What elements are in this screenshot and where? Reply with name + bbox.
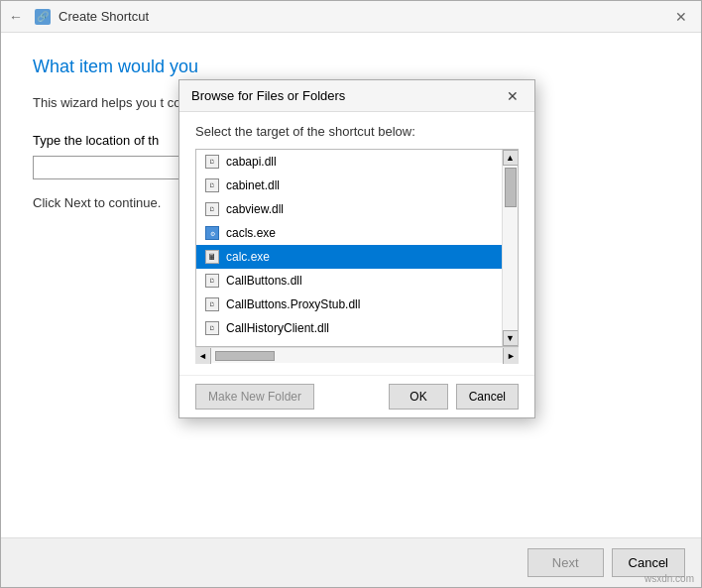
list-item[interactable]: 🗋cabview.dll xyxy=(196,197,518,221)
file-name: calc.exe xyxy=(226,250,270,264)
file-name: cabinet.dll xyxy=(226,178,280,192)
exe-icon: ⚙ xyxy=(204,225,220,241)
list-item[interactable]: 🗋CallButtons.dll xyxy=(196,269,518,293)
file-name: CallHistoryClient.dll xyxy=(226,321,329,335)
dialog-instruction: Select the target of the shortcut below: xyxy=(195,124,519,139)
scrollbar-horizontal[interactable]: ◄ ► xyxy=(195,347,519,363)
ok-button[interactable]: OK xyxy=(389,384,447,410)
wizard-close-button[interactable]: ✕ xyxy=(669,7,693,27)
wizard-titlebar: ← 🔗 Create Shortcut ✕ xyxy=(1,1,701,33)
file-name: cabapi.dll xyxy=(226,155,277,169)
back-button[interactable]: ← xyxy=(9,9,23,25)
scroll-down-arrow[interactable]: ▼ xyxy=(503,330,519,346)
dialog-body: Select the target of the shortcut below:… xyxy=(179,112,534,375)
dialog-close-button[interactable]: ✕ xyxy=(503,86,523,106)
dll-icon: 🗋 xyxy=(204,320,220,336)
dll-icon: 🗋 xyxy=(204,201,220,217)
wizard-icon: 🔗 xyxy=(35,9,51,25)
dll-icon: 🗋 xyxy=(204,273,220,289)
dialog-titlebar: Browse for Files or Folders ✕ xyxy=(179,80,534,112)
dll-icon: 🗋 xyxy=(204,154,220,170)
scrollbar-vertical[interactable]: ▲ ▼ xyxy=(502,150,518,346)
list-item[interactable]: 🗋cabinet.dll xyxy=(196,174,518,197)
next-button[interactable]: Next xyxy=(527,548,604,577)
hscroll-right-arrow[interactable]: ► xyxy=(503,348,519,364)
file-name: cabview.dll xyxy=(226,202,284,216)
wizard-footer: Next Cancel xyxy=(1,537,701,587)
browse-dialog: Browse for Files or Folders ✕ Select the… xyxy=(178,79,535,418)
exe-icon: 🖩 xyxy=(204,249,220,265)
hscroll-thumb[interactable] xyxy=(215,351,275,361)
scroll-up-arrow[interactable]: ▲ xyxy=(503,150,519,166)
dialog-actions: OK Cancel xyxy=(389,384,519,410)
file-list: 🗋cabapi.dll🗋cabinet.dll🗋cabview.dll⚙cacl… xyxy=(196,150,518,346)
hscroll-track xyxy=(211,348,503,363)
file-name: cacls.exe xyxy=(226,226,276,240)
list-item[interactable]: 🗋cabapi.dll xyxy=(196,150,518,174)
dll-icon: 🗋 xyxy=(204,296,220,312)
make-folder-button[interactable]: Make New Folder xyxy=(195,384,314,410)
dialog-footer: Make New Folder OK Cancel xyxy=(179,375,534,417)
list-item[interactable]: 🖩calc.exe xyxy=(196,245,518,269)
cancel-button[interactable]: Cancel xyxy=(456,384,519,410)
hscroll-left-arrow[interactable]: ◄ xyxy=(195,348,211,364)
titlebar-left: ← 🔗 Create Shortcut xyxy=(9,9,149,25)
wizard-title: Create Shortcut xyxy=(58,9,149,24)
file-list-container: 🗋cabapi.dll🗋cabinet.dll🗋cabview.dll⚙cacl… xyxy=(195,149,519,347)
dialog-title: Browse for Files or Folders xyxy=(191,88,345,103)
wizard-header: What item would you xyxy=(33,57,669,77)
list-item[interactable]: 🗋CallButtons.ProxyStub.dll xyxy=(196,293,518,316)
file-name: CallButtons.ProxyStub.dll xyxy=(226,297,360,311)
scrollbar-thumb[interactable] xyxy=(505,168,517,207)
dll-icon: 🗋 xyxy=(204,177,220,193)
list-item[interactable]: 🗋CallHistoryClient.dll xyxy=(196,316,518,340)
file-name: CallButtons.dll xyxy=(226,274,302,288)
scrollbar-track xyxy=(503,166,518,330)
watermark: wsxdn.com xyxy=(644,573,694,584)
list-item[interactable]: ⚙cacls.exe xyxy=(196,221,518,245)
